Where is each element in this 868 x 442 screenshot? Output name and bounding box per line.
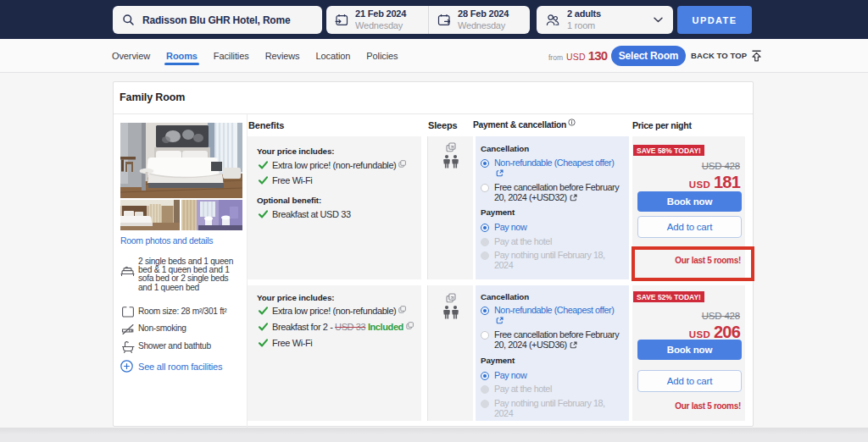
option-label: Pay nothing until February 18, 2024 [494, 250, 605, 270]
radio-selected[interactable] [481, 307, 489, 315]
pay-option-hotel: Pay at the hotel [481, 237, 625, 247]
column-header-sleeps: Sleeps [428, 120, 458, 130]
shower-icon [121, 340, 135, 353]
divider [0, 428, 868, 434]
column-header-payment: Payment & cancellation [473, 120, 576, 130]
add-to-cart-button[interactable]: Add to cart [637, 216, 742, 238]
rate2-price-cell: SAVE 52% TODAY! USD 428 USD206 Book now … [632, 285, 745, 421]
option-label: Pay now [494, 222, 526, 232]
checkin-day: Wednesday [355, 21, 406, 30]
pay-option-now[interactable]: Pay now [481, 223, 625, 233]
cancel-option-nonrefundable[interactable]: Non-refundable (Cheapest offer) [481, 158, 625, 169]
radio-selected[interactable] [481, 224, 489, 232]
radio-selected[interactable] [481, 159, 489, 168]
from-price: from USD 130 [548, 39, 607, 72]
room-photo-thumb-1[interactable] [120, 200, 180, 230]
room-non-smoking: Non-smoking [120, 323, 248, 335]
tab-policies[interactable]: Policies [366, 40, 398, 72]
benefit-text: Extra low price! (non-refundable) [272, 160, 396, 170]
price-currency: USD [689, 180, 710, 190]
chevron-down-icon [654, 17, 663, 23]
back-to-top[interactable]: BACK TO TOP [691, 39, 762, 72]
benefit-old-price: USD 33 [335, 322, 365, 332]
select-room-button[interactable]: Select Room [611, 46, 686, 66]
scarcity-message: Our last 5 rooms! [675, 401, 741, 411]
room-beds-text: 2 single beds and 1 queen bed & 1 queen … [138, 257, 236, 292]
cancel-option-nonrefundable[interactable]: Non-refundable (Cheapest offer) [481, 306, 625, 316]
external-link-icon[interactable] [570, 341, 577, 349]
checkin-field[interactable]: 21 Feb 2024 Wednesday [326, 6, 428, 34]
benefit-text: Free Wi-Fi [272, 175, 312, 185]
pay-option-later: Pay nothing until February 18, 2024 [481, 251, 625, 270]
update-button[interactable]: UPDATE [677, 6, 752, 34]
option-label: Pay at the hotel [494, 236, 552, 246]
radio-unselected[interactable] [481, 184, 489, 192]
check-icon [259, 176, 268, 185]
pay-option-now[interactable]: Pay now [481, 371, 625, 381]
tab-overview[interactable]: Overview [112, 40, 150, 72]
tab-reviews[interactable]: Reviews [265, 40, 300, 72]
room-photos-link[interactable]: Room photos and details [120, 235, 213, 246]
shower-text: Shower and bathtub [138, 342, 248, 351]
room-photo-main[interactable] [120, 123, 242, 198]
benefit-text: Free Wi-Fi [272, 338, 312, 348]
tab-location[interactable]: Location [316, 40, 351, 72]
bed-icon [120, 264, 135, 277]
calendar-checkout-icon [437, 14, 451, 26]
nav-tabs: Overview Rooms Facilities Reviews Locati… [112, 39, 398, 72]
includes-label: Your price includes: [257, 293, 334, 302]
cancel-option-free[interactable]: Free cancellation before February 20, 20… [481, 330, 625, 350]
rate2-payment-cell: Cancellation Non-refundable (Cheapest of… [476, 285, 629, 421]
see-all-facilities-label: See all room facilities [138, 362, 222, 372]
room-shower: Shower and bathtub [120, 340, 248, 353]
external-link-icon[interactable] [570, 194, 577, 202]
external-link-icon[interactable] [496, 317, 504, 324]
room-photo-thumb-2[interactable] [181, 200, 242, 230]
rate1-payment-cell: Cancellation Non-refundable (Cheapest of… [476, 136, 629, 279]
compare-icon[interactable] [446, 142, 456, 152]
calendar-checkin-icon [335, 14, 348, 26]
radio-selected[interactable] [481, 372, 489, 380]
compare-icon[interactable] [446, 293, 456, 303]
benefit-text: Breakfast at USD 33 [272, 209, 351, 219]
cancellation-label: Cancellation [481, 292, 529, 301]
check-icon [259, 307, 268, 315]
see-all-facilities-link[interactable]: See all room facilities [120, 360, 222, 373]
room-title: Family Room [120, 91, 185, 103]
benefit-item: Free Wi-Fi [259, 338, 312, 348]
sleeps-2-adults-icon [443, 155, 459, 169]
checkin-date: 21 Feb 2024 [355, 9, 406, 19]
column-header-benefits: Benefits [248, 120, 284, 130]
radio-disabled [481, 385, 489, 394]
info-icon [568, 119, 576, 126]
benefit-text-prefix: Breakfast for 2 - [272, 322, 335, 332]
pay-option-later: Pay nothing until February 18, 2024 [481, 399, 625, 418]
external-link-icon[interactable] [496, 169, 504, 177]
rate2-benefits-cell: Your price includes: Extra low price! (n… [248, 285, 421, 421]
book-now-button[interactable]: Book now [637, 191, 742, 212]
guests-icon [546, 14, 559, 26]
tab-facilities[interactable]: Facilities [214, 40, 249, 72]
back-to-top-icon [751, 50, 762, 62]
guests-adults: 2 adults [567, 9, 654, 19]
add-to-cart-button[interactable]: Add to cart [637, 370, 742, 392]
details-icon [398, 160, 406, 168]
guests-rooms: 1 room [567, 21, 654, 30]
checkout-day: Wednesday [458, 21, 509, 30]
hotel-nav-bar: Overview Rooms Facilities Reviews Locati… [0, 39, 868, 73]
destination-search-input[interactable]: Radisson Blu GHR Hotel, Rome [113, 6, 322, 34]
dates-field: 21 Feb 2024 Wednesday 28 Feb 2024 Wednes… [326, 6, 530, 34]
checkout-field[interactable]: 28 Feb 2024 Wednesday [428, 6, 530, 34]
book-now-button[interactable]: Book now [637, 340, 742, 360]
rate1-sleeps-cell [427, 136, 473, 279]
guests-selector[interactable]: 2 adults 1 room [537, 6, 673, 34]
divider [114, 113, 753, 114]
room-size-text: Room size: 28 m²/301 ft² [138, 307, 248, 316]
old-price: USD 428 [702, 161, 740, 171]
cancellation-label: Cancellation [481, 144, 529, 153]
radio-unselected[interactable] [481, 331, 489, 340]
cancel-option-free[interactable]: Free cancellation before February 20, 20… [481, 183, 625, 202]
benefit-included-label: Included [368, 322, 403, 332]
search-icon [122, 14, 135, 26]
tab-rooms[interactable]: Rooms [166, 40, 198, 72]
